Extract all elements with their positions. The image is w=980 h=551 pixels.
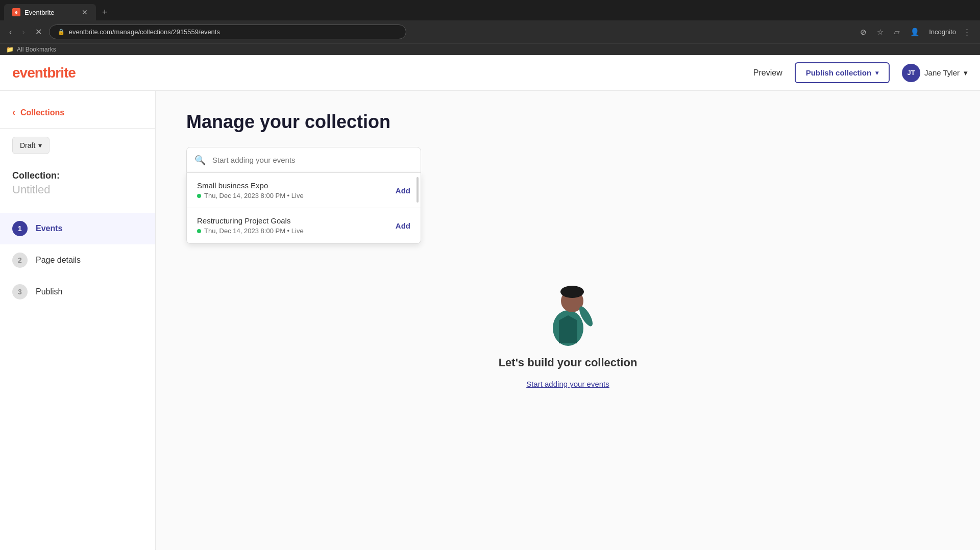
preview-button[interactable]: Preview (753, 68, 782, 78)
user-menu-button[interactable]: JT Jane Tyler ▾ (902, 64, 968, 82)
bookmarks-label: All Bookmarks (17, 46, 56, 53)
search-input-wrapper: 🔍 (186, 147, 421, 173)
more-options-icon[interactable]: ⋮ (960, 26, 974, 39)
live-dot-1 (197, 194, 201, 198)
step-label-publish: Publish (36, 287, 62, 296)
search-input[interactable] (186, 147, 421, 173)
logo-text: eventbrite (12, 65, 76, 81)
event-info-2: Restructuring Project Goals Thu, Dec 14,… (197, 216, 304, 235)
empty-state-title: Let's build your collection (499, 356, 638, 369)
search-results-dropdown: Small business Expo Thu, Dec 14, 2023 8:… (186, 173, 421, 244)
collection-name: Untitled (0, 183, 155, 205)
user-name: Jane Tyler (924, 68, 960, 77)
user-avatar: JT (902, 64, 920, 82)
nav-right-icons: ⊘ ☆ ▱ 👤 Incognito ⋮ (857, 26, 974, 39)
browser-chrome: e Eventbrite ✕ + ‹ › ✕ 🔒 eventbrite.com/… (0, 0, 980, 55)
top-nav: eventbrite Preview Publish collection ▾ … (0, 55, 980, 91)
sidebar-step-page-details[interactable]: 2 Page details (0, 244, 155, 276)
user-chevron-icon: ▾ (964, 68, 968, 78)
event-result-2: Restructuring Project Goals Thu, Dec 14,… (187, 208, 421, 243)
collection-prefix: Collection: (12, 170, 60, 181)
reload-button[interactable]: ✕ (32, 25, 45, 39)
step-number-1: 1 (12, 221, 28, 236)
top-nav-actions: Preview Publish collection ▾ JT Jane Tyl… (753, 62, 968, 83)
scrollbar-thumb (416, 177, 419, 203)
content-area: ‹ Collections Draft ▾ Collection: Untitl… (0, 91, 980, 550)
event-date-text-2: Thu, Dec 14, 2023 8:00 PM • Live (204, 227, 304, 235)
main-content: Manage your collection 🔍 Small business … (156, 91, 980, 550)
collections-back-label: Collections (20, 108, 64, 117)
bookmark-star-icon[interactable]: ☆ (874, 26, 887, 39)
new-tab-button[interactable]: + (98, 5, 112, 20)
tab-bar: e Eventbrite ✕ + (0, 0, 980, 20)
event-result-1: Small business Expo Thu, Dec 14, 2023 8:… (187, 173, 421, 208)
sidebar: ‹ Collections Draft ▾ Collection: Untitl… (0, 91, 156, 550)
svg-point-2 (560, 286, 584, 298)
event-name-1: Small business Expo (197, 181, 304, 190)
live-dot-2 (197, 229, 201, 233)
publish-collection-button[interactable]: Publish collection ▾ (795, 62, 890, 83)
active-tab[interactable]: e Eventbrite ✕ (4, 4, 96, 20)
tab-title: Eventbrite (24, 9, 55, 16)
incognito-label: Incognito (929, 28, 956, 36)
browser-nav: ‹ › ✕ 🔒 eventbrite.com/manage/collection… (0, 20, 980, 43)
forward-button[interactable]: › (19, 26, 28, 39)
add-event-1-button[interactable]: Add (396, 186, 410, 195)
draft-chevron-icon: ▾ (38, 141, 42, 149)
sidebar-steps: 1 Events 2 Page details 3 Publish (0, 213, 155, 308)
publish-label: Publish collection (806, 68, 871, 77)
address-bar[interactable]: 🔒 eventbrite.com/manage/collections/2915… (49, 24, 406, 39)
url-text: eventbrite.com/manage/collections/291555… (69, 28, 220, 36)
publish-chevron-icon: ▾ (875, 69, 878, 77)
search-container: 🔍 Small business Expo Thu, Dec 14, 2023 … (186, 147, 421, 244)
step-number-3: 3 (12, 284, 28, 299)
search-icon: 🔍 (194, 155, 206, 166)
event-date-text-1: Thu, Dec 14, 2023 8:00 PM • Live (204, 192, 304, 199)
draft-dropdown[interactable]: Draft ▾ (12, 137, 50, 154)
sidebar-divider (0, 128, 155, 129)
event-name-2: Restructuring Project Goals (197, 216, 304, 225)
sidebar-step-publish[interactable]: 3 Publish (0, 276, 155, 308)
bookmarks-bar: 📁 All Bookmarks (0, 43, 980, 55)
step-number-2: 2 (12, 253, 28, 268)
add-event-2-button[interactable]: Add (396, 221, 410, 230)
event-date-2: Thu, Dec 14, 2023 8:00 PM • Live (197, 227, 304, 235)
back-button[interactable]: ‹ (6, 26, 15, 39)
draft-label: Draft (20, 141, 35, 149)
app-container: eventbrite Preview Publish collection ▾ … (0, 55, 980, 550)
event-info-1: Small business Expo Thu, Dec 14, 2023 8:… (197, 181, 304, 199)
page-title: Manage your collection (186, 111, 949, 133)
back-arrow-icon: ‹ (12, 107, 15, 118)
empty-state: Let's build your collection Start adding… (186, 274, 949, 388)
person-illustration (537, 274, 599, 346)
step-label-events: Events (36, 224, 62, 233)
back-to-collections[interactable]: ‹ Collections (0, 101, 155, 124)
profile-icon[interactable]: 👤 (907, 26, 923, 39)
step-label-page-details: Page details (36, 256, 81, 265)
collection-label: Collection: (0, 162, 155, 183)
tab-close-button[interactable]: ✕ (82, 8, 88, 16)
logo: eventbrite (12, 65, 76, 81)
split-view-icon[interactable]: ▱ (891, 26, 903, 39)
tab-favicon: e (12, 8, 20, 16)
lock-icon: 🔒 (58, 29, 65, 35)
event-date-1: Thu, Dec 14, 2023 8:00 PM • Live (197, 192, 304, 199)
cast-icon[interactable]: ⊘ (857, 26, 870, 39)
sidebar-step-events[interactable]: 1 Events (0, 213, 155, 244)
bookmarks-folder-icon: 📁 (6, 46, 14, 53)
start-adding-link[interactable]: Start adding your events (526, 380, 609, 388)
